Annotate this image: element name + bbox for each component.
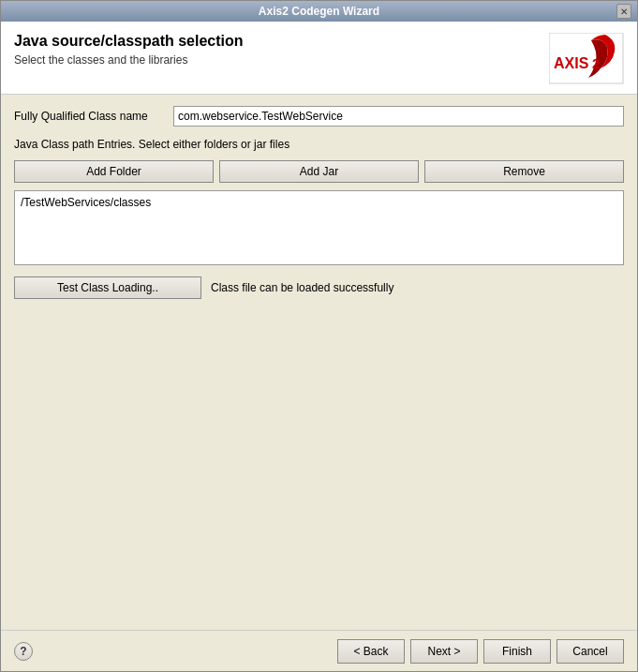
test-row: Test Class Loading.. Class file can be l… <box>14 276 624 299</box>
bottom-bar: ? < Back Next > Finish Cancel <box>1 630 637 671</box>
classpath-label: Java Class path Entries. Select either f… <box>14 138 624 151</box>
add-jar-button[interactable]: Add Jar <box>219 160 419 183</box>
header-text: Java source/classpath selection Select t… <box>14 33 549 67</box>
help-button[interactable]: ? <box>14 642 33 661</box>
test-status-text: Class file can be loaded successfully <box>211 281 393 294</box>
class-name-input[interactable] <box>173 106 624 127</box>
list-item: /TestWebServices/classes <box>19 195 619 210</box>
page-title: Java source/classpath selection <box>14 33 549 50</box>
window-title: Axis2 Codegen Wizard <box>259 5 379 18</box>
next-button[interactable]: Next > <box>410 639 478 664</box>
svg-text:2: 2 <box>592 56 600 71</box>
add-folder-button[interactable]: Add Folder <box>14 160 214 183</box>
axis2-logo: AXIS 2 <box>549 33 624 84</box>
remove-button[interactable]: Remove <box>424 160 624 183</box>
page-subtitle: Select the classes and the libraries <box>14 53 549 67</box>
test-class-button[interactable]: Test Class Loading.. <box>14 276 201 299</box>
close-button[interactable]: ✕ <box>616 4 631 19</box>
title-bar: Axis2 Codegen Wizard ✕ <box>1 1 637 22</box>
main-section: Fully Qualified Class name Java Class pa… <box>1 95 637 630</box>
content-area: Java source/classpath selection Select t… <box>1 22 637 671</box>
finish-button[interactable]: Finish <box>483 639 551 664</box>
window: Axis2 Codegen Wizard ✕ Java source/class… <box>0 0 638 672</box>
navigation-buttons: < Back Next > Finish Cancel <box>337 639 624 664</box>
spacer <box>14 306 624 619</box>
svg-text:AXIS: AXIS <box>554 55 589 71</box>
classpath-button-row: Add Folder Add Jar Remove <box>14 160 624 183</box>
cancel-button[interactable]: Cancel <box>556 639 624 664</box>
back-button[interactable]: < Back <box>337 639 405 664</box>
class-name-label: Fully Qualified Class name <box>14 110 164 123</box>
class-name-row: Fully Qualified Class name <box>14 106 624 127</box>
classpath-list[interactable]: /TestWebServices/classes <box>14 190 624 265</box>
header-section: Java source/classpath selection Select t… <box>1 22 637 95</box>
